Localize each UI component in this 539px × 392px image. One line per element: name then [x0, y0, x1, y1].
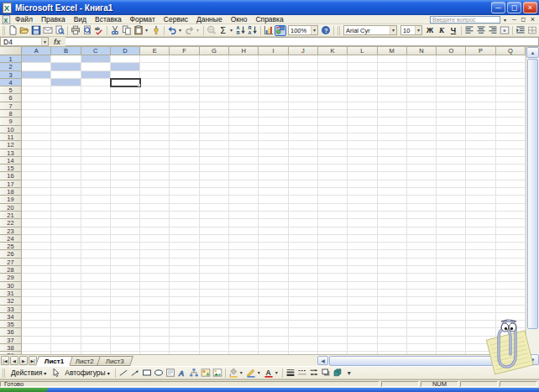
- cell-O30[interactable]: [437, 282, 466, 290]
- cell-E4[interactable]: [140, 79, 170, 86]
- name-box[interactable]: D4 ▾: [0, 37, 49, 46]
- cell-I35[interactable]: [259, 321, 288, 328]
- workbook-close-button[interactable]: ×: [528, 15, 537, 24]
- column-header-E[interactable]: E: [140, 47, 170, 55]
- arrow-button[interactable]: [129, 368, 141, 379]
- cell-N15[interactable]: [407, 165, 437, 172]
- ask-question-input[interactable]: [430, 16, 500, 24]
- cell-Q13[interactable]: [496, 149, 526, 157]
- cell-L18[interactable]: [348, 188, 377, 196]
- cell-A2[interactable]: [22, 63, 51, 71]
- cell-N24[interactable]: [407, 235, 437, 243]
- cell-E35[interactable]: [140, 321, 170, 328]
- cell-F35[interactable]: [170, 321, 199, 328]
- cell-K13[interactable]: [318, 149, 348, 157]
- rectangle-button[interactable]: [141, 368, 153, 379]
- cell-B3[interactable]: [51, 71, 81, 79]
- cell-L30[interactable]: [348, 282, 377, 290]
- chevron-down-icon[interactable]: ▾: [415, 26, 421, 34]
- cell-P8[interactable]: [466, 110, 495, 118]
- cell-C14[interactable]: [81, 157, 111, 165]
- cell-G2[interactable]: [200, 63, 229, 71]
- cell-M25[interactable]: [378, 243, 407, 250]
- cell-I1[interactable]: [259, 55, 288, 63]
- cell-N7[interactable]: [407, 102, 437, 110]
- cell-J15[interactable]: [289, 165, 318, 172]
- cell-F12[interactable]: [170, 141, 199, 149]
- row-header-3[interactable]: 3: [0, 71, 22, 79]
- cell-N38[interactable]: [407, 344, 437, 352]
- cell-N1[interactable]: [407, 55, 437, 63]
- cell-L36[interactable]: [348, 328, 377, 336]
- zoom-combo[interactable]: 100%▾: [288, 25, 318, 35]
- chevron-down-icon[interactable]: ▾: [256, 368, 262, 379]
- column-header-N[interactable]: N: [407, 47, 437, 55]
- cell-J5[interactable]: [289, 86, 318, 94]
- cell-K18[interactable]: [318, 188, 348, 196]
- cell-C16[interactable]: [81, 172, 111, 180]
- cell-N2[interactable]: [407, 63, 437, 71]
- cell-E9[interactable]: [140, 118, 170, 125]
- merge-center-button[interactable]: a: [499, 25, 510, 36]
- cell-K5[interactable]: [318, 86, 348, 94]
- cell-O31[interactable]: [437, 290, 466, 297]
- cell-D38[interactable]: [111, 344, 140, 352]
- cell-Q15[interactable]: [496, 165, 526, 172]
- cell-I5[interactable]: [259, 86, 288, 94]
- cell-L1[interactable]: [348, 55, 377, 63]
- cell-P3[interactable]: [466, 71, 495, 79]
- font-name-combo[interactable]: Arial Cyr▾: [343, 25, 397, 35]
- cell-J22[interactable]: [289, 219, 318, 227]
- cell-A37[interactable]: [22, 337, 51, 344]
- cell-I8[interactable]: [259, 110, 288, 118]
- cell-H35[interactable]: [229, 321, 259, 328]
- cell-H29[interactable]: [229, 274, 259, 281]
- cell-K10[interactable]: [318, 126, 348, 133]
- cell-N28[interactable]: [407, 266, 437, 274]
- cell-B13[interactable]: [51, 149, 81, 157]
- cell-Q32[interactable]: [496, 297, 526, 305]
- cell-H37[interactable]: [229, 337, 259, 344]
- oval-button[interactable]: [153, 368, 165, 379]
- cell-I14[interactable]: [259, 157, 288, 165]
- cell-L10[interactable]: [348, 126, 377, 133]
- cell-D18[interactable]: [111, 188, 140, 196]
- cell-A29[interactable]: [22, 274, 51, 281]
- cell-G24[interactable]: [200, 235, 229, 243]
- cell-J30[interactable]: [289, 282, 318, 290]
- cell-E25[interactable]: [140, 243, 170, 250]
- cell-D5[interactable]: [111, 86, 140, 94]
- cell-E26[interactable]: [140, 250, 170, 258]
- fill-color-button[interactable]: ▾: [228, 368, 245, 379]
- cell-A7[interactable]: [22, 102, 51, 110]
- cell-B22[interactable]: [51, 219, 81, 227]
- row-header-8[interactable]: 8: [0, 110, 22, 118]
- cell-D32[interactable]: [111, 297, 140, 305]
- cell-I12[interactable]: [259, 141, 288, 149]
- start-button[interactable]: [0, 388, 48, 392]
- row-header-27[interactable]: 27: [0, 259, 22, 266]
- cell-F30[interactable]: [170, 282, 199, 290]
- cell-M18[interactable]: [378, 188, 407, 196]
- cell-I32[interactable]: [259, 297, 288, 305]
- cell-K21[interactable]: [318, 212, 348, 219]
- cell-C9[interactable]: [81, 118, 111, 125]
- cell-J13[interactable]: [289, 149, 318, 157]
- row-header-38[interactable]: 38: [0, 344, 22, 352]
- align-center-button[interactable]: [475, 25, 487, 36]
- cell-E13[interactable]: [140, 149, 170, 157]
- cell-N25[interactable]: [407, 243, 437, 250]
- cell-A36[interactable]: [22, 328, 51, 336]
- cell-B6[interactable]: [51, 94, 81, 102]
- cell-Q25[interactable]: [496, 243, 526, 250]
- cell-F10[interactable]: [170, 126, 199, 133]
- cell-M4[interactable]: [378, 79, 407, 86]
- cell-M26[interactable]: [378, 250, 407, 258]
- cell-G28[interactable]: [200, 266, 229, 274]
- cell-B29[interactable]: [51, 274, 81, 281]
- cell-Q16[interactable]: [496, 172, 526, 180]
- cell-J29[interactable]: [289, 274, 318, 281]
- cell-P22[interactable]: [466, 219, 495, 227]
- cell-J31[interactable]: [289, 290, 318, 297]
- row-header-36[interactable]: 36: [0, 328, 22, 336]
